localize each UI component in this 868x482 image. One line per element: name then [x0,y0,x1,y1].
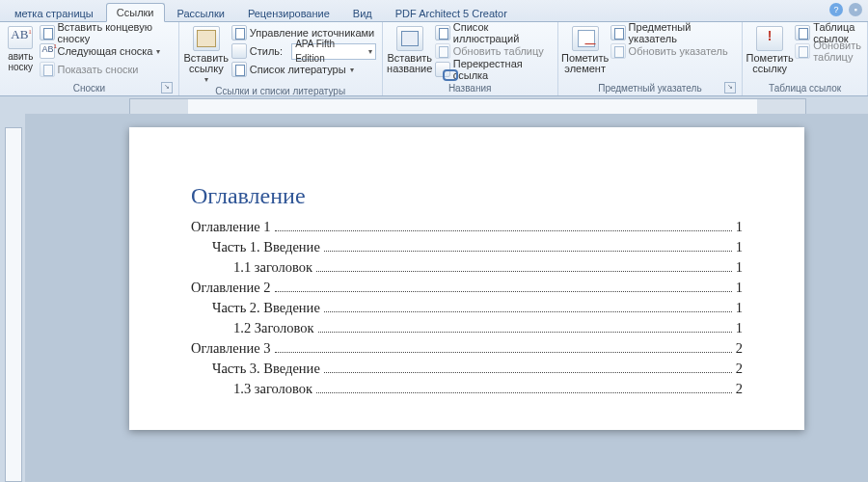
show-footnotes-button[interactable]: Показать сноски [40,61,173,78]
toc-leader [316,392,732,393]
style-icon [231,43,247,59]
toc-entry[interactable]: Часть 2. Введение1 [191,300,743,316]
crossref-icon [435,62,450,77]
citation-style-dropdown[interactable]: Стиль: APA Fifth Edition ▾ [231,42,376,60]
footnote-icon: AB1 [8,26,33,49]
toc-leader [275,291,732,292]
ribbon: AB1 авить носку Вставить концевую сноску… [0,22,868,96]
toc-container: Оглавление 11Часть 1. Введение11.1 загол… [191,219,743,397]
toc-entry-text: 1.3 заголовок [233,381,312,397]
figures-list-icon [435,25,450,40]
group-captions: Вставить название Список иллюстраций Обн… [383,22,558,95]
document-workspace: Оглавление Оглавление 11Часть 1. Введени… [0,114,868,482]
next-footnote-button[interactable]: AB1Следующая сноска▾ [40,42,173,60]
group-citations: Вставить ссылку▾ Управление источниками … [179,22,383,95]
toc-entry[interactable]: Часть 1. Введение1 [191,239,743,255]
chevron-down-icon: ▾ [204,74,208,85]
toc-leader [324,372,732,373]
toc-entry-text: 1.2 Заголовок [233,320,314,336]
group-label: Предметный указатель [598,83,701,94]
tab-mailings[interactable]: Рассылки [167,4,235,22]
insert-citation-button[interactable]: Вставить ссылку▾ [185,24,228,85]
toc-entry-page: 2 [736,340,743,357]
index-icon [610,25,626,40]
toc-entry-page: 1 [736,259,743,276]
book-icon [193,26,220,51]
toc-entry-page: 1 [736,280,743,296]
next-footnote-icon: AB1 [40,43,55,59]
document-page[interactable]: Оглавление Оглавление 11Часть 1. Введени… [129,127,804,430]
toc-entry-page: 2 [736,381,743,397]
ruler-corner [0,96,25,116]
chevron-down-icon: ▾ [350,66,354,74]
bibliography-icon [231,62,247,77]
insert-endnote-button[interactable]: Вставить концевую сноску [40,24,173,41]
insert-caption-button[interactable]: Вставить название [389,24,431,82]
group-index: — Пометить элемент Предметный указатель … [558,22,744,95]
endnote-icon [40,25,55,40]
tab-references[interactable]: Ссылки [106,3,165,22]
help-icon[interactable]: ? [829,3,843,16]
toc-entry[interactable]: 1.3 заголовок2 [191,381,743,397]
window-options-icon[interactable]: ▪ [849,3,862,16]
toc-entry[interactable]: Оглавление 21 [191,280,743,296]
ruler-area [0,96,868,116]
vertical-ruler[interactable] [0,114,25,482]
toc-entry-page: 1 [736,239,743,255]
toc-entry[interactable]: Оглавление 11 [191,219,743,235]
update-index-button[interactable]: Обновить указатель [610,42,737,60]
toc-entry[interactable]: Часть 3. Введение2 [191,361,743,377]
horizontal-ruler[interactable] [25,96,868,116]
show-notes-icon [40,62,55,77]
toc-leader [316,271,732,272]
toc-entry-text: Оглавление 3 [191,340,271,357]
bibliography-button[interactable]: Список литературы▾ [231,61,376,78]
toc-entry-page: 2 [736,361,743,377]
update-authorities-icon [795,43,810,59]
chevron-down-icon: ▾ [156,47,160,56]
tab-view[interactable]: Вид [342,4,383,22]
tab-page-layout[interactable]: метка страницы [4,4,104,22]
toc-entry-page: 1 [736,300,743,316]
authorities-icon [795,25,810,40]
toc-leader [275,352,732,353]
mark-citation-button[interactable]: Пометить ссылку [748,24,791,82]
toc-entry[interactable]: Оглавление 32 [191,340,743,357]
tab-review[interactable]: Рецензирование [237,4,340,22]
mark-citation-icon [756,26,783,51]
toc-entry[interactable]: 1.2 Заголовок1 [191,320,743,336]
toc-leader [324,251,732,252]
toc-leader [324,311,732,312]
tab-pdf-architect[interactable]: PDF Architect 5 Creator [385,4,518,22]
group-label: Ссылки и списки литературы [215,86,345,96]
update-icon [435,43,450,59]
group-label: Названия [448,83,492,94]
toc-title: Оглавление [191,183,743,209]
insert-index-button[interactable]: Предметный указатель [610,24,737,41]
mark-entry-icon: — [572,26,599,51]
group-label: Таблица ссылок [769,83,841,94]
toc-entry-text: 1.1 заголовок [233,259,312,276]
toc-entry[interactable]: 1.1 заголовок1 [191,259,743,276]
cross-reference-button[interactable]: Перекрестная ссылка [435,61,552,78]
update-authorities-button[interactable]: Обновить таблицу [795,42,861,60]
toc-leader [275,230,732,231]
toc-entry-text: Часть 3. Введение [212,361,320,377]
insert-footnote-button[interactable]: AB1 авить носку [6,24,36,82]
toc-entry-text: Оглавление 2 [191,280,271,296]
group-label: Сноски [73,83,105,94]
style-value[interactable]: APA Fifth Edition ▾ [291,43,376,60]
toc-entry-page: 1 [736,320,743,336]
update-table-button[interactable]: Обновить таблицу [435,42,552,60]
mark-entry-button[interactable]: — Пометить элемент [564,24,607,82]
caption-icon [396,26,423,51]
table-of-figures-button[interactable]: Список иллюстраций [435,24,552,41]
tab-strip: метка страницы Ссылки Рассылки Рецензиро… [0,0,868,22]
dialog-launcher-icon[interactable]: ↘ [161,82,173,94]
update-index-icon [610,43,626,59]
sources-icon [231,25,247,40]
group-footnotes: AB1 авить носку Вставить концевую сноску… [0,22,179,95]
toc-entry-text: Оглавление 1 [191,219,271,235]
dialog-launcher-icon[interactable]: ↘ [724,82,736,94]
toc-entry-page: 1 [736,219,743,235]
